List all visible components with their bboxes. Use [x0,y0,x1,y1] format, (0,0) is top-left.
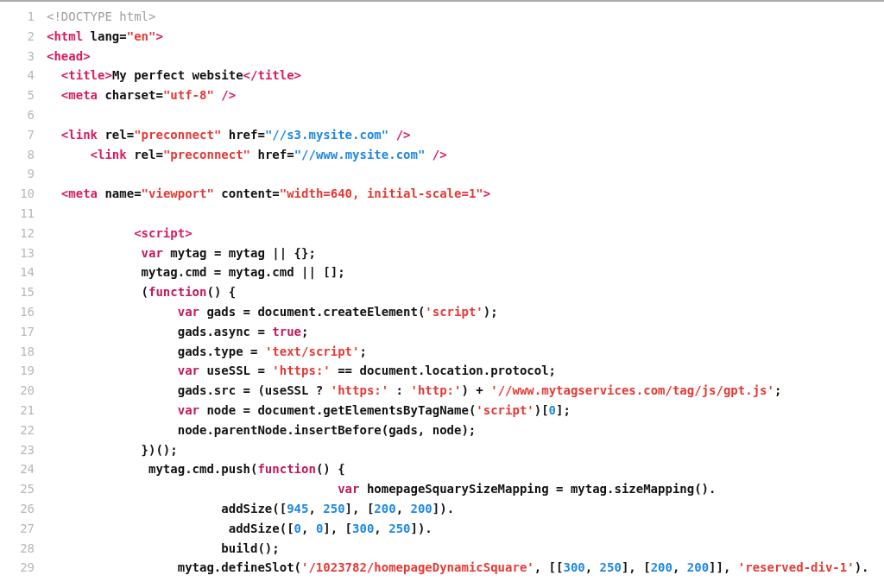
code-line[interactable]: 14 mytag.cmd = mytag.cmd || []; [0,262,884,282]
code-line[interactable]: 22 node.parentNode.insertBefore(gads, no… [0,420,884,440]
text-token: , [[ [534,560,564,574]
html-tag: <script> [134,226,192,240]
html-tag: /> [214,88,236,102]
doctype-token: <!DOCTYPE html> [47,9,155,23]
attr: name= [98,187,142,200]
string-token: 'reserved-div-1' [738,560,855,574]
line-number: 1 [0,7,47,27]
line-number: 17 [0,322,47,342]
attr: href= [250,148,294,161]
string-token: 'text/script' [265,345,360,358]
line-number: 10 [0,184,47,204]
text-token: mytag.cmd.push( [142,462,258,476]
string-token: 'http:' [410,383,461,397]
text-token: ); [483,305,498,319]
attr: lang= [83,29,127,43]
code-line[interactable]: 15 (function() { [0,282,884,302]
text-token: )[ [534,403,549,417]
string-token: 'script' [425,305,483,319]
text-token: My perfect website [112,68,243,82]
keyword-token: var [178,305,199,319]
attr: href= [221,128,265,142]
html-tag: <meta [61,88,98,102]
line-number: 2 [0,27,47,47]
text-token: gads = document.createElement( [199,305,425,319]
code-line[interactable]: 20 gads.src = (useSSL ? 'https:' : 'http… [0,381,884,401]
string-token: "utf-8" [163,88,214,102]
text-token: ], [ [622,560,651,574]
text-token: gads.src = (useSSL ? [178,383,331,397]
text-token: : [388,383,410,397]
text-token: ; [359,345,366,358]
code-line[interactable]: 3 <head> [0,47,884,66]
text-token: mytag = mytag || {}; [163,246,316,260]
html-tag: > [155,29,162,43]
line-number: 6 [0,105,47,125]
text-token: ( [142,285,148,299]
keyword-token: function [148,285,206,299]
code-line[interactable]: 18 gads.type = 'text/script'; [0,342,884,362]
text-token: gads.async = [178,325,273,338]
code-line[interactable]: 23 })(); [0,440,884,460]
code-line[interactable]: 24 mytag.cmd.push(function() { [0,459,884,479]
keyword-token: var [178,403,199,417]
attr: rel= [127,148,163,161]
number-token: 300 [563,560,584,574]
url-token: "//www.mysite.com" [294,148,426,161]
text-token: node.parentNode.insertBefore(gads, node)… [178,423,477,437]
code-line[interactable]: 29 mytag.defineSlot('/1023782/homepageDy… [0,558,884,578]
number-token: 200 [651,560,672,574]
string-token: "preconnect" [163,148,250,161]
code-line[interactable]: 26 addSize([945, 250], [200, 200]). [0,499,884,519]
number-token: 300 [352,522,374,535]
code-line[interactable]: 16 var gads = document.createElement('sc… [0,302,884,322]
code-line[interactable]: 4 <title>My perfect website</title> [0,66,884,85]
line-number: 22 [0,420,47,440]
code-line[interactable]: 12 <script> [0,224,884,243]
line-number: 27 [0,519,47,539]
string-token: 'https:' [331,383,388,397]
line-number: 3 [0,47,47,66]
string-token: '//www.mytagservices.com/tag/js/gpt.js' [490,383,774,397]
code-line[interactable]: 8 <link rel="preconnect" href="//www.mys… [0,145,884,165]
code-line[interactable]: 5 <meta charset="utf-8" /> [0,85,884,105]
code-line[interactable]: 6 [0,105,884,125]
code-line[interactable]: 21 var node = document.getElementsByTagN… [0,401,884,420]
number-token: 250 [388,522,410,535]
code-line[interactable]: 1 <!DOCTYPE html> [0,7,884,27]
code-line[interactable]: 7 <link rel="preconnect" href="//s3.mysi… [0,125,884,145]
text-token: () { [206,285,236,299]
text-token: ) + [461,383,490,397]
html-tag: > [483,187,490,200]
keyword-token: true [272,325,301,338]
html-tag: <link [61,128,98,142]
url-token: "//s3.mysite.com" [265,128,388,142]
code-line[interactable]: 17 gads.async = true; [0,322,884,342]
code-line[interactable]: 11 [0,204,884,224]
text-token: ]). [433,502,454,515]
html-tag: <title> [61,68,112,82]
text-token: node = document.getElementsByTagName( [199,403,476,417]
html-tag: <link [91,148,127,161]
line-number: 18 [0,342,47,362]
text-token: ; [301,325,308,338]
line-number: 19 [0,361,47,381]
text-token: ). [855,560,869,574]
attr: rel= [98,128,134,142]
text-token: () { [316,462,345,476]
code-line[interactable]: 10 <meta name="viewport" content="width=… [0,184,884,204]
string-token: 'https:' [272,364,330,377]
code-line[interactable]: 19 var useSSL = 'https:' == document.loc… [0,361,884,381]
code-line[interactable]: 27 addSize([0, 0], [300, 250]). [0,519,884,539]
html-tag: <meta [61,187,98,200]
code-line[interactable]: 25 var homepageSquarySizeMapping = mytag… [0,479,884,499]
code-editor[interactable]: 1 <!DOCTYPE html> 2 <html lang="en"> 3 <… [0,0,884,588]
number-token: 250 [323,502,344,515]
code-line[interactable]: 2 <html lang="en"> [0,27,884,47]
line-number: 25 [0,479,47,499]
code-line[interactable]: 13 var mytag = mytag || {}; [0,243,884,263]
line-number: 20 [0,381,47,401]
code-line[interactable]: 9 [0,164,884,184]
html-tag: /> [388,128,410,142]
code-line[interactable]: 28 build(); [0,539,884,559]
